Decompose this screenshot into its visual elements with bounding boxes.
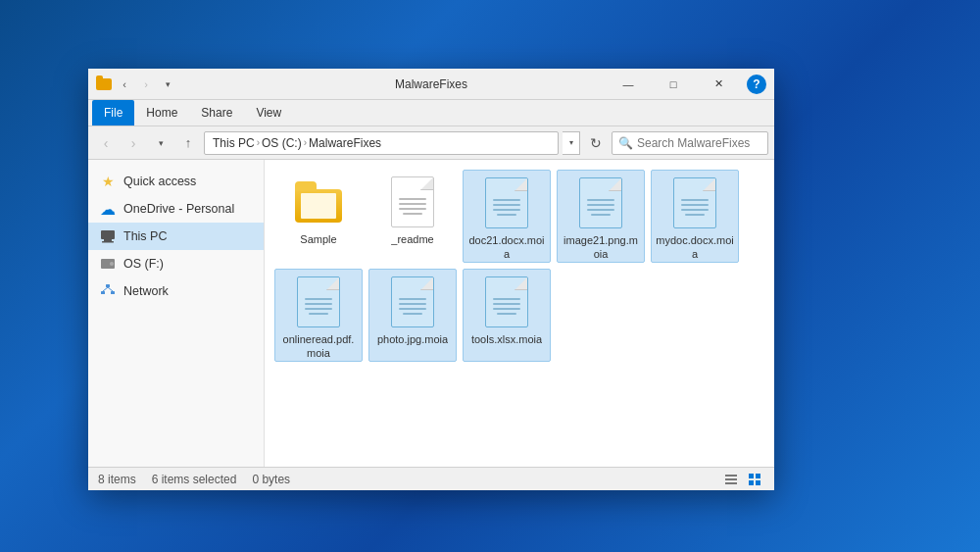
- doc-icon-image21: [577, 176, 624, 229]
- file-name-mydoc: mydoc.docx.moia: [656, 233, 734, 258]
- svg-rect-2: [102, 241, 114, 243]
- path-sep-1: ›: [257, 137, 260, 148]
- sidebar-label-onedrive: OneDrive - Personal: [123, 202, 234, 216]
- path-parts: This PC › OS (C:) › MalwareFixes: [213, 136, 381, 150]
- title-bar: ‹ › ▾ MalwareFixes — □ ✕ ?: [88, 69, 774, 100]
- close-button[interactable]: ✕: [696, 69, 741, 100]
- file-area: Sample _readme: [265, 160, 774, 467]
- status-bar: 8 items 6 items selected 0 bytes: [88, 467, 774, 490]
- doc-icon-onlineread: [295, 276, 342, 328]
- file-item-onlineread[interactable]: onlineread.pdf.moia: [274, 269, 363, 362]
- file-name-sample: Sample: [300, 232, 336, 246]
- file-name-photo: photo.jpg.moia: [377, 332, 448, 346]
- doc-icon-tools: [483, 276, 530, 328]
- svg-rect-12: [725, 482, 737, 484]
- forward-button[interactable]: ›: [122, 131, 145, 155]
- folder-icon-sample: [295, 176, 342, 228]
- svg-rect-14: [756, 474, 760, 478]
- svg-rect-5: [106, 284, 110, 287]
- address-bar: ‹ › ▾ ↑ This PC › OS (C:) › MalwareFixes…: [88, 126, 774, 160]
- main-content: ★ Quick access ☁ OneDrive - Personal: [88, 160, 774, 467]
- doc-icon-doc21: [483, 176, 530, 229]
- recent-button[interactable]: ▾: [149, 131, 172, 155]
- ribbon: File Home Share View: [88, 100, 774, 126]
- explorer-window: ‹ › ▾ MalwareFixes — □ ✕ ? File Home Sha…: [88, 69, 774, 490]
- svg-rect-1: [104, 239, 112, 241]
- title-forward-btn[interactable]: ›: [137, 73, 155, 96]
- window-folder-icon: [96, 76, 112, 92]
- file-size: 0 bytes: [252, 473, 290, 486]
- file-item-doc21[interactable]: doc21.docx.moia: [463, 170, 551, 263]
- svg-line-9: [108, 287, 113, 291]
- sidebar: ★ Quick access ☁ OneDrive - Personal: [88, 160, 265, 467]
- network-icon: [100, 283, 116, 299]
- file-item-sample[interactable]: Sample: [274, 170, 363, 263]
- address-path[interactable]: This PC › OS (C:) › MalwareFixes: [204, 131, 559, 155]
- path-drive: OS (C:): [262, 136, 302, 150]
- ribbon-tabs: File Home Share View: [88, 100, 774, 125]
- sidebar-item-drive[interactable]: OS (F:): [88, 250, 264, 277]
- path-folder: MalwareFixes: [309, 136, 381, 150]
- tab-file[interactable]: File: [92, 100, 134, 125]
- items-count: 8 items: [98, 473, 136, 486]
- sidebar-item-network[interactable]: Network: [88, 277, 264, 305]
- tab-home[interactable]: Home: [134, 100, 189, 125]
- onedrive-icon: ☁: [100, 201, 116, 217]
- sidebar-item-onedrive[interactable]: ☁ OneDrive - Personal: [88, 195, 264, 223]
- tab-share[interactable]: Share: [189, 100, 244, 125]
- title-down-btn[interactable]: ▾: [159, 73, 176, 96]
- quick-access-icon: ★: [100, 174, 116, 189]
- path-dropdown[interactable]: ▾: [563, 131, 580, 155]
- title-bar-icons: ‹ › ▾: [96, 73, 176, 96]
- file-name-doc21: doc21.docx.moia: [467, 233, 546, 258]
- file-name-readme: _readme: [391, 232, 433, 246]
- search-input[interactable]: [637, 136, 761, 150]
- file-item-mydoc[interactable]: mydoc.docx.moia: [651, 170, 739, 263]
- file-name-onlineread: onlineread.pdf.moia: [279, 332, 358, 357]
- file-item-image21[interactable]: image21.png.moia: [557, 170, 645, 263]
- drive-icon: [100, 256, 116, 272]
- file-name-tools: tools.xlsx.moia: [471, 332, 542, 346]
- search-icon: 🔍: [618, 136, 633, 150]
- doc-icon-readme: [389, 176, 436, 228]
- files-grid: Sample _readme: [274, 170, 764, 362]
- sidebar-label-network: Network: [123, 284, 169, 298]
- svg-rect-10: [725, 475, 737, 477]
- sidebar-item-this-pc[interactable]: This PC: [88, 223, 264, 250]
- sidebar-label-this-pc: This PC: [123, 229, 167, 243]
- view-list-button[interactable]: [721, 470, 741, 489]
- minimize-button[interactable]: —: [606, 69, 651, 100]
- svg-line-8: [103, 287, 108, 291]
- doc-icon-mydoc: [671, 176, 718, 229]
- svg-rect-11: [725, 478, 737, 480]
- up-button[interactable]: ↑: [176, 131, 200, 155]
- svg-rect-15: [749, 480, 754, 485]
- view-grid-button[interactable]: [745, 470, 764, 489]
- help-button[interactable]: ?: [747, 75, 766, 94]
- file-item-readme[interactable]: _readme: [368, 170, 457, 263]
- file-name-image21: image21.png.moia: [562, 233, 640, 258]
- selected-count: 6 items selected: [152, 473, 237, 486]
- svg-rect-16: [756, 480, 760, 485]
- back-button[interactable]: ‹: [94, 131, 118, 155]
- this-pc-icon: [100, 228, 116, 244]
- svg-rect-7: [111, 291, 115, 294]
- file-item-tools[interactable]: tools.xlsx.moia: [463, 269, 551, 362]
- path-sep-2: ›: [304, 137, 307, 148]
- view-controls: [721, 470, 764, 489]
- svg-point-4: [110, 262, 114, 266]
- refresh-button[interactable]: ↻: [584, 131, 608, 155]
- maximize-button[interactable]: □: [651, 69, 696, 100]
- path-this-pc: This PC: [213, 136, 255, 150]
- doc-icon-photo: [389, 276, 436, 328]
- tab-view[interactable]: View: [244, 100, 293, 125]
- sidebar-label-quick-access: Quick access: [123, 175, 196, 188]
- title-bar-controls: — □ ✕ ?: [606, 69, 766, 100]
- sidebar-label-drive: OS (F:): [123, 257, 164, 271]
- svg-rect-6: [101, 291, 105, 294]
- title-back-btn[interactable]: ‹: [116, 73, 133, 96]
- svg-rect-0: [101, 230, 115, 239]
- sidebar-item-quick-access[interactable]: ★ Quick access: [88, 168, 264, 195]
- search-box[interactable]: 🔍: [612, 131, 768, 155]
- file-item-photo[interactable]: photo.jpg.moia: [368, 269, 457, 362]
